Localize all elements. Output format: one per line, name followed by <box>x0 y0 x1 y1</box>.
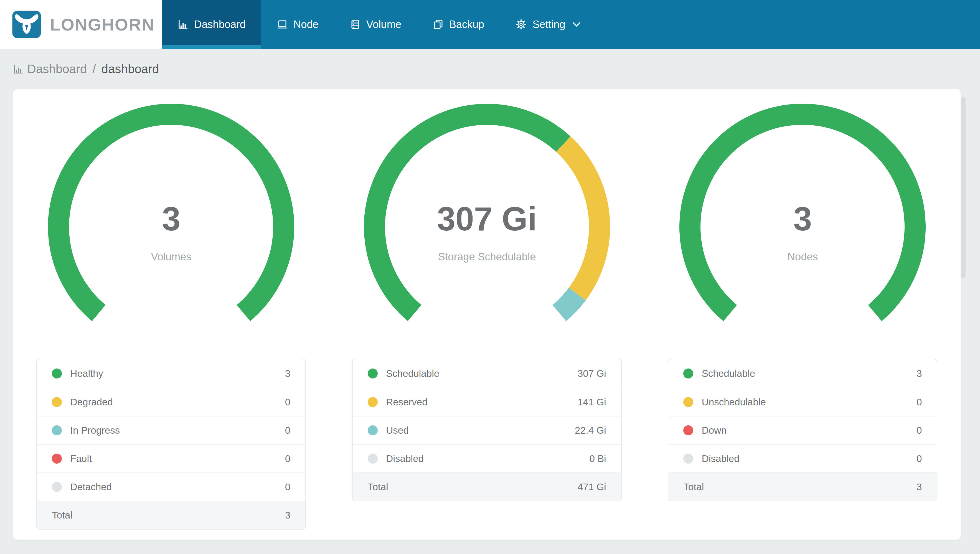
status-color-dot <box>368 397 378 407</box>
logo-block[interactable]: LONGHORN <box>0 0 162 49</box>
storage-panel: 307 Gi Storage Schedulable Schedulable30… <box>329 89 645 540</box>
bar-chart-icon <box>13 63 24 75</box>
breadcrumb-current-page: dashboard <box>102 62 159 76</box>
volumes-gauge-arc <box>48 104 294 350</box>
nav-item-setting[interactable]: Setting <box>500 0 596 49</box>
legend-row: Degraded0 <box>37 388 305 416</box>
nav-item-node[interactable]: Node <box>261 0 334 49</box>
legend-value: 0 Bi <box>590 453 606 464</box>
legend-label: Degraded <box>70 396 285 408</box>
status-color-dot <box>52 397 62 407</box>
legend-value: 0 <box>285 453 290 464</box>
nodes-gauge: 3 Nodes <box>679 104 926 350</box>
nav-item-volume[interactable]: Volume <box>334 0 417 49</box>
gear-icon <box>515 19 527 30</box>
nav-item-label: Volume <box>366 19 401 30</box>
breadcrumb: Dashboard / dashboard <box>0 49 980 89</box>
nav-item-label: Dashboard <box>194 19 246 30</box>
nav-item-label: Setting <box>533 19 565 30</box>
total-value: 3 <box>285 509 290 521</box>
status-color-dot <box>52 454 62 463</box>
legend-row: Fault0 <box>37 444 305 473</box>
status-color-dot <box>52 368 62 379</box>
bar-chart-icon <box>178 19 189 30</box>
legend-label: Schedulable <box>386 368 578 379</box>
dashboard-card: 3 Volumes Healthy3Degraded0In Progress0F… <box>13 89 961 540</box>
legend-label: In Progress <box>70 425 285 436</box>
legend-value: 22.4 Gi <box>575 425 606 436</box>
nav-item-dashboard[interactable]: Dashboard <box>162 0 261 49</box>
legend-row: Detached0 <box>37 473 305 501</box>
header: LONGHORN Dashboard Node <box>0 0 980 49</box>
vertical-scrollbar-thumb[interactable] <box>961 97 966 279</box>
status-color-dot <box>683 425 693 435</box>
legend-label: Disabled <box>386 453 590 464</box>
legend-label: Detached <box>70 481 285 492</box>
gauge-arc-segment <box>374 114 563 313</box>
legend-value: 0 <box>285 396 290 408</box>
total-label: Total <box>52 509 285 521</box>
legend-label: Disabled <box>702 453 916 464</box>
node-icon <box>277 19 288 30</box>
legend-label: Schedulable <box>702 368 916 379</box>
total-value: 471 Gi <box>578 481 606 492</box>
volume-icon <box>350 19 361 30</box>
legend-row: Schedulable307 Gi <box>353 359 621 388</box>
legend-row: Down0 <box>668 416 937 444</box>
legend-total-row: Total3 <box>37 501 305 529</box>
status-color-dot <box>368 368 378 379</box>
legend-row: In Progress0 <box>37 416 305 444</box>
legend-value: 0 <box>916 425 922 436</box>
legend-row: Unschedulable0 <box>668 388 937 416</box>
legend-value: 3 <box>285 368 290 379</box>
legend-total-row: Total3 <box>668 473 937 501</box>
legend-label: Fault <box>70 453 285 464</box>
legend-row: Healthy3 <box>37 359 305 388</box>
legend-row: Disabled0 Bi <box>353 444 621 473</box>
volumes-legend-table: Healthy3Degraded0In Progress0Fault0Detac… <box>36 359 306 530</box>
breadcrumb-section[interactable]: Dashboard <box>27 62 87 76</box>
storage-gauge-arc <box>364 104 610 350</box>
total-value: 3 <box>916 481 922 492</box>
status-color-dot <box>683 454 693 463</box>
legend-value: 0 <box>916 453 922 464</box>
breadcrumb-separator: / <box>92 62 95 76</box>
nav-item-backup[interactable]: Backup <box>417 0 500 49</box>
legend-value: 141 Gi <box>578 396 606 408</box>
legend-row: Schedulable3 <box>668 359 937 388</box>
chevron-down-icon <box>572 22 581 27</box>
legend-label: Reserved <box>386 396 578 408</box>
status-color-dot <box>52 482 62 492</box>
storage-legend-table: Schedulable307 GiReserved141 GiUsed22.4 … <box>352 359 622 501</box>
total-label: Total <box>368 481 578 492</box>
legend-row: Disabled0 <box>668 444 937 473</box>
legend-total-row: Total471 Gi <box>353 473 621 501</box>
legend-label: Healthy <box>70 368 285 379</box>
legend-value: 307 Gi <box>578 368 606 379</box>
legend-row: Reserved141 Gi <box>353 388 621 416</box>
legend-label: Unschedulable <box>702 396 916 408</box>
total-label: Total <box>683 481 916 492</box>
status-color-dot <box>683 368 693 379</box>
legend-value: 0 <box>285 481 290 492</box>
storage-gauge: 307 Gi Storage Schedulable <box>364 104 610 350</box>
status-color-dot <box>683 397 693 407</box>
volumes-gauge: 3 Volumes <box>48 104 294 350</box>
legend-value: 0 <box>916 396 922 408</box>
status-color-dot <box>52 425 62 435</box>
nodes-legend-table: Schedulable3Unschedulable0Down0Disabled0… <box>668 359 937 501</box>
gauge-arc-segment <box>563 144 599 294</box>
brand-name: LONGHORN <box>50 15 155 34</box>
main-nav: Dashboard Node Volume <box>162 0 980 49</box>
nav-item-label: Node <box>293 19 319 30</box>
legend-label: Used <box>386 425 575 436</box>
backup-icon <box>433 19 444 30</box>
gauge-arc-segment <box>59 114 284 313</box>
status-color-dot <box>368 425 378 435</box>
volumes-panel: 3 Volumes Healthy3Degraded0In Progress0F… <box>13 89 329 540</box>
legend-label: Down <box>702 425 916 436</box>
nav-item-label: Backup <box>449 19 484 30</box>
longhorn-logo-icon <box>11 9 42 40</box>
legend-row: Used22.4 Gi <box>353 416 621 444</box>
gauge-arc-segment <box>690 114 915 313</box>
